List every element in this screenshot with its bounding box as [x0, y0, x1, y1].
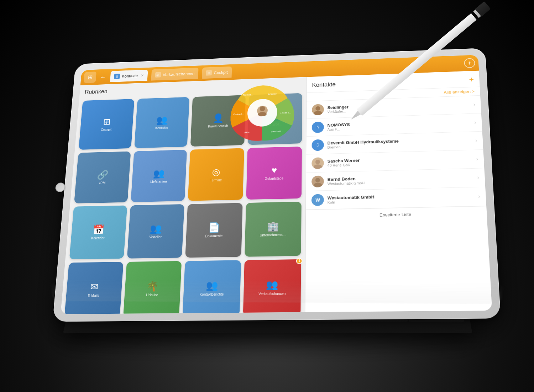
verkaufschancen-badge: 1	[296, 258, 303, 264]
contact-avatar-nomosys: N	[312, 122, 324, 133]
dokumente-tile-label: Dokumente	[204, 234, 224, 238]
contacts-add-button[interactable]: +	[469, 75, 474, 84]
contact-arrow-nomosys: ›	[474, 120, 476, 125]
cockpit-tile-label: Cockpit	[99, 128, 113, 132]
main-content: Rubriken ⊞ Cockpit	[61, 71, 492, 314]
plus-icon: +	[467, 59, 472, 67]
contacts-title: Kontakte	[312, 81, 336, 88]
cockpit-icon-symbol: ⊞	[208, 71, 210, 74]
right-panel: Kontakte + Alle anzeigen >	[305, 71, 492, 312]
home-button[interactable]	[55, 182, 66, 192]
contact-arrow-westautomatik: ›	[478, 194, 480, 200]
contact-arrow-sascha: ›	[476, 156, 478, 162]
unternehmen-tile-label: Unternehmens-...	[258, 233, 288, 237]
tab-verkauf-label: Verkaufschancen	[163, 71, 195, 77]
wheel-label-bearbeit: Bearbeit...	[271, 130, 283, 133]
geburtstage-tile-label: Geburtstage	[263, 176, 285, 180]
tile-wrapper-ecrm: 🔗 xRM	[74, 151, 131, 203]
wheel-label-termin: Termin...	[243, 93, 253, 96]
avatar-svg-sascha	[312, 157, 324, 169]
tile-unternehmen[interactable]: 🏢 Unternehmens-...	[245, 202, 302, 256]
tab-contacts-close[interactable]: ×	[141, 73, 144, 78]
tile-termine[interactable]: ◎ Termine	[188, 148, 244, 201]
tile-lieferanten[interactable]: 👥 Lieferanten	[131, 150, 187, 202]
tile-verteiler[interactable]: 👥 Verteiler	[127, 204, 184, 258]
tile-ecrm[interactable]: 🔗 xRM	[74, 151, 131, 203]
tile-wrapper-unternehmen: 🏢 Unternehmens-...	[245, 202, 302, 256]
contact-arrow-bernd: ›	[477, 175, 479, 181]
verkauf-icon-symbol: ◎	[156, 73, 159, 76]
tab-cockpit-label: Cockpit	[214, 70, 228, 75]
tile-wrapper-geburtstage: ♥ Geburtstage	[246, 146, 302, 200]
add-tab-button[interactable]: +	[464, 58, 475, 68]
verteiler-tile-icon: 👥	[150, 223, 162, 234]
kundencockpit-tile-icon: 👤	[212, 113, 224, 123]
contact-avatar-sascha	[312, 157, 324, 169]
tab-contacts-label: Kontakte	[121, 73, 138, 78]
contact-avatar-westautomatik: W	[312, 194, 324, 206]
tile-dokumente[interactable]: 📄 Dokumente	[185, 203, 242, 258]
wheel-label-verkauf: Verkauf...	[233, 112, 244, 116]
tile-wrapper-cockpit: ⊞ Cockpit	[79, 99, 134, 150]
ecrm-tile-icon: 🔗	[96, 170, 109, 180]
tile-wrapper-kontakte: 👥 Kontakte	[134, 97, 189, 148]
avatar-svg	[312, 104, 324, 115]
tab-cockpit-icon: ⊞	[206, 70, 212, 76]
lieferanten-tile-label: Lieferanten	[149, 180, 168, 184]
tile-wrapper-dokumente: 📄 Dokumente	[185, 203, 242, 258]
scene: for(let i=0;i<14;i++) document.write('<d…	[18, 18, 516, 356]
kontakte-tile-label: Kontakte	[154, 126, 169, 130]
contact-avatar-bernd	[312, 175, 324, 187]
contact-arrow-devemit: ›	[475, 138, 477, 143]
contacts-icon-symbol: ⊞	[116, 75, 119, 78]
rubriken-title: Rubriken	[84, 88, 108, 95]
wheel-label-akte: Akte	[244, 131, 250, 134]
wheel-label-anrufen: Anrufen	[268, 92, 277, 96]
termine-tile-label: Termine	[209, 178, 223, 182]
geburtstage-tile-icon: ♥	[271, 165, 277, 176]
action-wheel-container: Anrufen E-Mail s... Bearbeit... Akte Ver…	[225, 78, 299, 148]
avatar-initials-westautomatik: W	[315, 197, 320, 203]
tile-geburtstage[interactable]: ♥ Geburtstage	[246, 146, 302, 200]
tile-wrapper-lieferanten: 👥 Lieferanten	[131, 150, 187, 202]
avatar-initials-devemit: D	[316, 143, 319, 148]
cockpit-tile-icon: ⊞	[103, 117, 111, 127]
home-tile-button[interactable]: ⊞	[84, 71, 96, 83]
tile-kalender[interactable]: 📅 Kalender	[69, 206, 127, 259]
ecrm-tile-label: xRM	[97, 181, 107, 185]
tablet-screen: ⊞ ← ⊞ Kontakte ×	[61, 55, 492, 314]
contact-info-sascha: Sascha Werner 40 René GbR	[328, 155, 473, 167]
contact-info-bernd: Bernd Boden Westautomatik GmbH	[328, 173, 474, 186]
contact-info-devemit: Devemit GmbH Hydrauliksysteme Bremen	[328, 137, 472, 149]
tab-cockpit[interactable]: ⊞ Cockpit	[202, 67, 232, 79]
tile-kontakte[interactable]: 👥 Kontakte	[134, 97, 189, 148]
tile-wrapper-kalender: 📅 Kalender	[69, 206, 127, 259]
unternehmen-tile-icon: 🏢	[267, 221, 279, 232]
contact-arrow-seidlinger: ›	[473, 102, 475, 107]
tab-contacts[interactable]: ⊞ Kontakte ×	[110, 70, 148, 82]
contact-avatar-devemit: D	[312, 139, 324, 151]
back-icon: ←	[100, 73, 106, 80]
tablet-reflection	[51, 280, 503, 304]
contact-avatar-seidlinger	[312, 104, 324, 115]
lieferanten-tile-icon: 👥	[153, 168, 165, 179]
home-icon: ⊞	[88, 74, 93, 81]
kalender-tile-icon: 📅	[92, 224, 105, 235]
dokumente-tile-icon: 📄	[208, 222, 220, 233]
avatar-initials-nomosys: N	[316, 125, 319, 129]
tab-contacts-icon: ⊞	[114, 74, 120, 79]
tile-wrapper-verteiler: 👥 Verteiler	[127, 204, 184, 258]
back-button[interactable]: ←	[98, 73, 108, 80]
action-wheel-svg: Anrufen E-Mail s... Bearbeit... Akte Ver…	[225, 78, 299, 148]
tile-cockpit[interactable]: ⊞ Cockpit	[79, 99, 134, 150]
tab-verkauf[interactable]: ◎ Verkaufschancen	[151, 68, 199, 80]
contact-info-westautomatik: Westautomatik GmbH Köln	[328, 192, 475, 204]
tab-verkauf-icon: ◎	[155, 72, 161, 78]
kontakte-tile-icon: 👥	[156, 115, 168, 125]
wheel-label-email: E-Mail s...	[279, 111, 291, 114]
contact-info-nomosys: NOMOSYS Aus P...	[328, 118, 471, 131]
contacts-list: Alle anzeigen >	[305, 87, 492, 312]
kalender-tile-label: Kalender	[90, 236, 106, 240]
app-ui: ⊞ ← ⊞ Kontakte ×	[61, 55, 492, 314]
termine-tile-icon: ◎	[212, 166, 221, 177]
